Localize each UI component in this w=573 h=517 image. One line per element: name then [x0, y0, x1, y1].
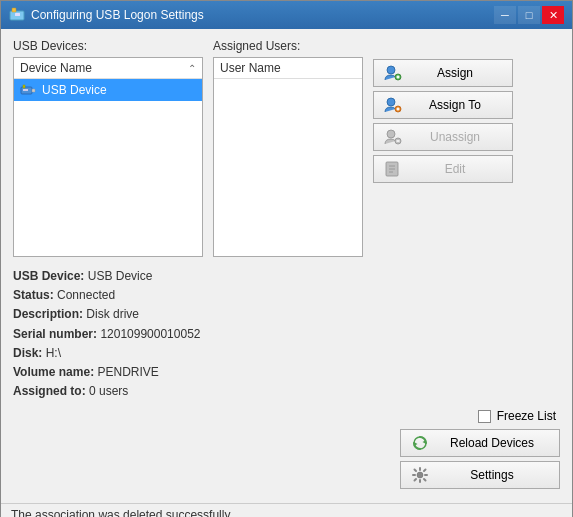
serial-info-value: 120109900010052 [100, 327, 200, 341]
unassign-icon [384, 128, 402, 146]
assigned-users-list[interactable]: User Name [213, 57, 363, 257]
title-bar-text: Configuring USB Logon Settings [31, 8, 204, 22]
svg-line-31 [424, 479, 426, 481]
reload-icon [411, 434, 429, 452]
svg-rect-1 [12, 8, 16, 12]
assign-button[interactable]: Assign [373, 59, 513, 87]
usb-device-info-label: USB Device: [13, 269, 84, 283]
sort-icon: ⌃ [188, 63, 196, 74]
action-buttons: Assign Assign To [373, 39, 513, 257]
device-info-usb: USB Device: USB Device [13, 267, 560, 286]
assigned-users-label: Assigned Users: [213, 39, 363, 53]
usb-devices-list[interactable]: Device Name ⌃ USB Device [13, 57, 203, 257]
usb-devices-header: Device Name ⌃ [14, 58, 202, 79]
edit-button-label: Edit [408, 162, 502, 176]
main-content: USB Devices: Device Name ⌃ [1, 29, 572, 499]
edit-button[interactable]: Edit [373, 155, 513, 183]
user-name-column-header: User Name [220, 61, 356, 75]
top-section: USB Devices: Device Name ⌃ [13, 39, 560, 257]
app-icon [9, 7, 25, 23]
minimize-button[interactable]: ─ [494, 6, 516, 24]
assign-to-button[interactable]: Assign To [373, 91, 513, 119]
edit-icon [384, 160, 402, 178]
volume-info-label: Volume name: [13, 365, 94, 379]
usb-device-info-value: USB Device [88, 269, 153, 283]
assigned-info-label: Assigned to: [13, 384, 86, 398]
description-info-label: Description: [13, 307, 83, 321]
status-message: The association was deleted successfully [11, 508, 230, 517]
svg-point-11 [387, 98, 395, 106]
svg-line-33 [415, 479, 417, 481]
svg-rect-6 [23, 85, 25, 88]
assign-icon [384, 64, 402, 82]
svg-line-30 [415, 470, 417, 472]
assign-to-button-label: Assign To [408, 98, 502, 112]
close-button[interactable]: ✕ [542, 6, 564, 24]
freeze-list-label: Freeze List [497, 409, 556, 423]
unassign-button-label: Unassign [408, 130, 502, 144]
freeze-list-checkbox[interactable] [478, 410, 491, 423]
svg-point-25 [417, 472, 423, 478]
assign-button-label: Assign [408, 66, 502, 80]
title-bar-left: Configuring USB Logon Settings [9, 7, 204, 23]
usb-device-icon [20, 82, 36, 98]
assigned-users-panel: Assigned Users: User Name [213, 39, 363, 257]
usb-device-item[interactable]: USB Device [14, 79, 202, 101]
svg-marker-23 [423, 440, 427, 444]
freeze-list-row: Freeze List [478, 409, 556, 423]
bottom-buttons: Reload Devices [400, 429, 560, 489]
svg-rect-5 [23, 89, 28, 91]
assigned-users-header: User Name [214, 58, 362, 79]
settings-icon [411, 466, 429, 484]
svg-point-15 [387, 130, 395, 138]
bottom-section: Freeze List Reload Devices [13, 401, 560, 489]
usb-devices-panel: USB Devices: Device Name ⌃ [13, 39, 203, 257]
device-info: USB Device: USB Device Status: Connected… [13, 267, 560, 401]
usb-devices-label: USB Devices: [13, 39, 203, 53]
assign-to-icon [384, 96, 402, 114]
assigned-info-value: 0 users [89, 384, 128, 398]
settings-button-label: Settings [435, 468, 549, 482]
device-info-disk: Disk: H:\ [13, 344, 560, 363]
svg-line-32 [424, 470, 426, 472]
disk-info-value: H:\ [46, 346, 61, 360]
device-info-status: Status: Connected [13, 286, 560, 305]
maximize-button[interactable]: □ [518, 6, 540, 24]
status-info-value: Connected [57, 288, 115, 302]
device-info-description: Description: Disk drive [13, 305, 560, 324]
main-window: Configuring USB Logon Settings ─ □ ✕ USB… [0, 0, 573, 517]
reload-devices-button[interactable]: Reload Devices [400, 429, 560, 457]
usb-devices-column-header: Device Name [20, 61, 188, 75]
reload-devices-button-label: Reload Devices [435, 436, 549, 450]
unassign-button[interactable]: Unassign [373, 123, 513, 151]
svg-marker-24 [414, 442, 418, 446]
serial-info-label: Serial number: [13, 327, 97, 341]
description-info-value: Disk drive [86, 307, 139, 321]
title-bar-controls: ─ □ ✕ [494, 6, 564, 24]
status-bar: The association was deleted successfully [1, 503, 572, 517]
title-bar: Configuring USB Logon Settings ─ □ ✕ [1, 1, 572, 29]
device-info-assigned: Assigned to: 0 users [13, 382, 560, 401]
status-info-label: Status: [13, 288, 54, 302]
svg-rect-4 [32, 89, 35, 92]
disk-info-label: Disk: [13, 346, 42, 360]
settings-button[interactable]: Settings [400, 461, 560, 489]
usb-device-name: USB Device [42, 83, 107, 97]
volume-info-value: PENDRIVE [97, 365, 158, 379]
svg-point-7 [387, 66, 395, 74]
svg-rect-2 [15, 13, 20, 16]
device-info-serial: Serial number: 120109900010052 [13, 325, 560, 344]
device-info-volume: Volume name: PENDRIVE [13, 363, 560, 382]
